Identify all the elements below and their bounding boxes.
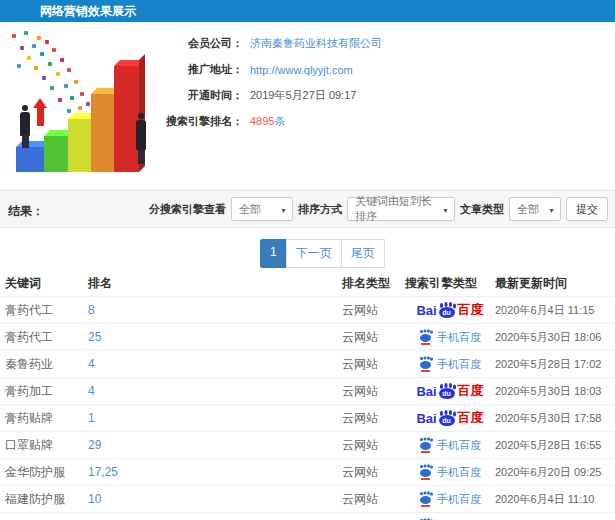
table-body: 膏药代工8云网站Baidu百度2020年6月4日 11:15膏药代工25云网站手… (0, 296, 615, 520)
column-header: 排名类型 (342, 275, 405, 292)
article-type-select[interactable]: 全部 (509, 197, 561, 221)
mobile-baidu-paw-icon (419, 357, 433, 372)
info-label: 开通时间： (161, 88, 243, 103)
table-row: 膏药加工4云网站Baidu百度2020年5月30日 18:03 (0, 377, 615, 404)
rank-type-cell: 云网站 (342, 356, 405, 373)
engine-logo-baidu: Baidu百度 (416, 301, 483, 319)
mobile-baidu-text: 手机百度 (437, 357, 481, 372)
article-type-value: 全部 (517, 202, 539, 217)
mobile-baidu-text: 手机百度 (437, 465, 481, 480)
paw-toes (420, 465, 423, 469)
paw-underline (421, 478, 430, 480)
baidu-bai-text: Bai (416, 411, 436, 426)
mobile-baidu-text: 手机百度 (437, 330, 481, 345)
engine-cell: Baidu百度 (405, 382, 495, 400)
engine-filter-label: 分搜索引擎查看 (149, 202, 226, 217)
next-page-button[interactable]: 下一页 (286, 239, 342, 268)
filter-controls: 分搜索引擎查看 全部 排序方式 关键词由短到长排序 文章类型 全部 提交 (149, 197, 608, 221)
rank-link[interactable]: 4 (88, 384, 342, 398)
submit-button[interactable]: 提交 (566, 197, 608, 221)
mobile-baidu-paw-icon (419, 492, 433, 507)
info-label: 搜索引擎排名： (161, 114, 243, 129)
paw-toes (420, 438, 423, 442)
paw-pad: du (439, 415, 455, 426)
info-value[interactable]: http://www.qlyyjt.com (250, 64, 353, 76)
table-row: 秦鲁药业4云网站手机百度2020年5月28日 17:02 (0, 350, 615, 377)
keyword-cell: 膏药代工 (5, 302, 88, 319)
company-info-list: 会员公司：济南秦鲁药业科技有限公司推广地址：http://www.qlyyjt.… (161, 36, 382, 140)
mobile-baidu-paw-icon (419, 465, 433, 480)
info-section: 会员公司：济南秦鲁药业科技有限公司推广地址：http://www.qlyyjt.… (0, 22, 615, 188)
bar-chart-illustration (2, 28, 174, 180)
rank-link[interactable]: 8 (88, 303, 342, 317)
table-header-row: 关键词排名排名类型搜索引擎类型最新更新时间 (0, 270, 615, 296)
engine-logo-mobile-baidu: 手机百度 (419, 492, 481, 507)
paw-pad (420, 334, 431, 342)
engine-cell: Baidu百度 (405, 301, 495, 319)
engine-cell: Baidu百度 (405, 409, 495, 427)
paw-pad (420, 469, 431, 477)
illustration-bar-orange (91, 94, 115, 172)
mobile-baidu-paw-icon (419, 330, 433, 345)
engine-cell: 手机百度 (405, 438, 495, 453)
rank-count-number: 4895 (250, 115, 274, 127)
updated-cell: 2020年5月30日 18:03 (495, 384, 615, 399)
rank-link[interactable]: 29 (88, 438, 342, 452)
caret-down-icon (438, 203, 449, 215)
paw-pad (420, 361, 431, 369)
result-label: 结果： (8, 203, 44, 220)
rank-link[interactable]: 10 (88, 492, 342, 506)
keyword-cell: 口罩贴牌 (5, 437, 88, 454)
info-row: 推广地址：http://www.qlyyjt.com (161, 62, 382, 77)
caret-down-icon (544, 203, 555, 215)
sort-filter-select[interactable]: 关键词由短到长排序 (347, 197, 455, 221)
rank-link[interactable]: 1 (88, 411, 342, 425)
rank-link[interactable]: 17,25 (88, 465, 342, 479)
table-row: 膏药代工25云网站手机百度2020年5月30日 18:06 (0, 323, 615, 350)
sort-filter-value: 关键词由短到长排序 (355, 194, 438, 224)
engine-logo-mobile-baidu: 手机百度 (419, 357, 481, 372)
baidu-bai-text: Bai (416, 303, 436, 318)
illustration-bar-blue (16, 147, 46, 172)
pagination: 1 下一页 尾页 (260, 239, 385, 268)
column-header: 排名 (88, 275, 342, 292)
rank-type-cell: 云网站 (342, 383, 405, 400)
paw-underline (421, 451, 430, 453)
engine-cell: 手机百度 (405, 465, 495, 480)
mobile-baidu-paw-icon (419, 438, 433, 453)
page-number-current[interactable]: 1 (260, 239, 287, 268)
engine-cell: 手机百度 (405, 492, 495, 507)
confetti-dots (12, 34, 16, 38)
engine-cell: 手机百度 (405, 330, 495, 345)
keyword-cell: 膏药加工 (5, 383, 88, 400)
baidu-bai-text: Bai (416, 384, 436, 399)
mobile-baidu-text: 手机百度 (437, 492, 481, 507)
title-bar: 网络营销效果展示 (0, 0, 615, 22)
rank-type-cell: 云网站 (342, 329, 405, 346)
info-value: 2019年5月27日 09:17 (250, 88, 356, 103)
rank-type-cell: 云网站 (342, 437, 405, 454)
updated-cell: 2020年6月20日 09:25 (495, 465, 615, 480)
table-row: 手机百度 (0, 512, 615, 520)
table-row: 膏药代工8云网站Baidu百度2020年6月4日 11:15 (0, 296, 615, 323)
sort-filter-label: 排序方式 (298, 202, 342, 217)
info-row: 会员公司：济南秦鲁药业科技有限公司 (161, 36, 382, 51)
engine-filter-value: 全部 (239, 202, 261, 217)
rank-type-cell: 云网站 (342, 410, 405, 427)
rank-link[interactable]: 25 (88, 330, 342, 344)
info-value[interactable]: 济南秦鲁药业科技有限公司 (250, 36, 382, 51)
table-row: 口罩贴牌29云网站手机百度2020年5月28日 16:55 (0, 431, 615, 458)
paw-toes (420, 330, 423, 334)
info-label: 推广地址： (161, 62, 243, 77)
column-header: 关键词 (5, 275, 88, 292)
mobile-baidu-text: 手机百度 (437, 438, 481, 453)
engine-filter-select[interactable]: 全部 (231, 197, 293, 221)
baidu-paw-icon: du (438, 410, 457, 426)
last-page-button[interactable]: 尾页 (341, 239, 385, 268)
keyword-cell: 福建防护服 (5, 491, 88, 508)
info-label: 会员公司： (161, 36, 243, 51)
baidu-cn-text: 百度 (458, 409, 484, 427)
updated-cell: 2020年6月4日 11:10 (495, 492, 615, 507)
engine-cell: 手机百度 (405, 357, 495, 372)
rank-link[interactable]: 4 (88, 357, 342, 371)
